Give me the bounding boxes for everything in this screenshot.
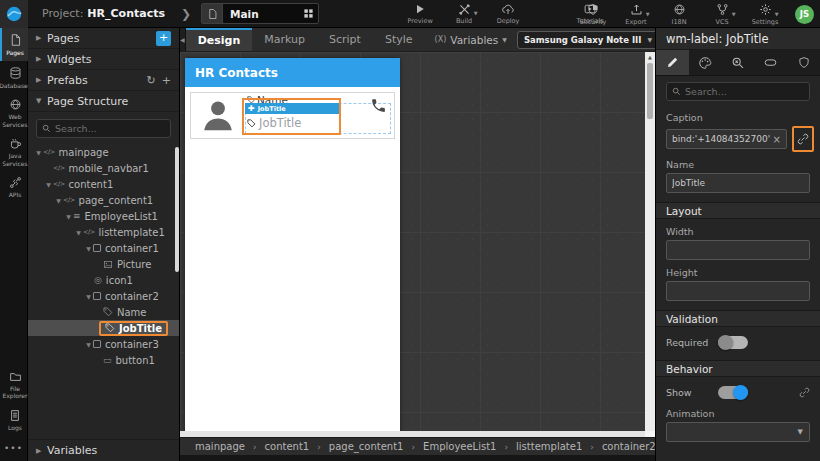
database-icon [9,66,22,80]
export-button[interactable]: ▼ Export [619,3,653,26]
required-label: Required [666,337,718,348]
breadcrumb-employeelist1[interactable]: EmployeeList1 [423,441,496,452]
palette-icon [698,56,712,70]
breadcrumb-content1[interactable]: content1 [265,441,310,452]
branch-icon: ▼ [716,3,729,17]
settings-button[interactable]: ▼ Settings [748,3,782,26]
more-options-icon[interactable]: ••• [0,435,27,461]
sidebar-item-databases[interactable]: Databases [0,61,28,94]
call-button-widget[interactable] [362,93,394,138]
breadcrumb-separator-icon: › [504,442,508,452]
tab-styles[interactable] [689,50,722,75]
wavemaker-logo[interactable] [0,0,28,28]
search-settings-icon [731,56,745,70]
breadcrumb-listtemplate1[interactable]: listtemplate1 [516,441,582,452]
animation-select[interactable]: ▼ [666,422,810,442]
link-icon[interactable] [799,387,810,398]
sidebar-item-file-explorer[interactable]: File Explorer [0,366,28,404]
breadcrumb-container2[interactable]: container2 [602,441,656,452]
height-input[interactable] [666,281,810,301]
breadcrumb-separator-icon: › [253,442,257,452]
section-variables[interactable]: ▶ Variables [28,439,179,461]
tab-design[interactable]: Design [186,28,253,51]
tab-properties[interactable] [656,50,689,75]
wavemaker-studio: Project: HR_Contacts ❯ Main Preview [0,0,820,461]
section-prefabs[interactable]: ▶ Prefabs ↻ + [28,70,179,91]
width-input[interactable] [666,240,810,260]
tree-item-container1[interactable]: ▼container1 [28,240,179,256]
add-page-button[interactable]: + [156,31,171,46]
add-prefab-button[interactable]: + [162,74,171,87]
tree-item-container3[interactable]: ▼container3 [28,336,179,352]
sidebar-item-java-services[interactable]: Java Services [0,132,28,171]
i18n-button[interactable]: I18N [662,3,696,26]
chevron-down-icon: ▼ [84,293,93,300]
container2-widget: Name ✚ JobTitle JobTitle [245,93,362,138]
breadcrumb-mainpage[interactable]: mainpage [195,441,245,452]
tree-item-mobile-navbar1[interactable]: </>mobile_navbar1 [28,160,179,176]
sidebar-item-apis[interactable]: APIs [0,171,28,203]
show-label: Show [666,387,718,398]
variables-dropdown[interactable]: (X) Variables ▼ [435,28,507,51]
tree-item-listtemplate1[interactable]: ▼</>listtemplate1 [28,224,179,240]
tree-item-page-content1[interactable]: ▼</>page_content1 [28,192,179,208]
sidebar-item-logs[interactable]: Logs [0,404,28,436]
caret-down-icon: ▼ [775,11,779,17]
canvas-horizontal-scrollbar[interactable] [180,431,645,437]
section-validation: Validation [656,310,820,327]
tree-scrollbar[interactable] [175,147,179,272]
tree-item-container2[interactable]: ▼container2 [28,288,179,304]
tree-item-content1[interactable]: ▼</>content1 [28,176,179,192]
section-pages[interactable]: ▶ Pages + [28,28,179,49]
show-toggle[interactable] [718,386,748,399]
preview-button[interactable]: Preview [403,2,437,25]
employee-list-item[interactable]: Name ✚ JobTitle JobTitle [190,92,395,139]
section-widgets-label: Widgets [47,53,91,66]
clear-icon[interactable]: × [773,134,781,145]
device-selector[interactable]: Samsung Galaxy Note III ▼ [517,31,659,49]
properties-search [656,76,820,105]
picture-widget[interactable] [191,93,245,138]
security-button[interactable]: Security [576,3,610,26]
sidebar-item-web-services[interactable]: Web Services [0,93,28,132]
tab-style[interactable]: Style [373,28,425,51]
tree-item-icon1[interactable]: ◎icon1 [28,272,179,288]
scrollbar-thumb[interactable] [647,63,653,119]
canvas-vertical-scrollbar[interactable]: ▲ [645,52,655,431]
device-preview: HR Contacts Name ✚ [185,58,400,437]
tree-item-mainpage[interactable]: ▼</>mainpage [28,144,179,160]
show-row: Show [656,377,820,401]
chevron-down-icon: ▼ [36,97,47,105]
page-selector[interactable]: Main [201,3,319,24]
link-icon[interactable] [797,133,809,145]
tree-item-name[interactable]: Name [28,304,179,320]
refresh-icon[interactable]: ↻ [147,74,156,87]
tree-item-button1[interactable]: ▭button1 [28,352,179,368]
tab-script[interactable]: Script [317,28,373,51]
section-widgets[interactable]: ▶ Widgets [28,49,179,70]
build-button[interactable]: ▼ Build [447,2,481,25]
grid-icon[interactable] [298,8,318,19]
tree-item-jobtitle[interactable]: JobTitle [28,320,179,336]
section-page-structure[interactable]: ▼ Page Structure [28,91,179,112]
sidebar-item-pages[interactable]: Pages [0,28,28,61]
structure-search-input[interactable] [55,123,165,134]
tab-search-properties[interactable] [722,50,755,75]
vcs-button[interactable]: ▼ VCS [705,3,739,26]
tree-item-picture[interactable]: Picture [28,256,179,272]
picture-icon [103,260,113,269]
properties-search-input[interactable] [685,86,804,97]
deploy-button[interactable]: Deploy [491,2,525,25]
tab-device-props[interactable] [754,50,787,75]
required-toggle[interactable] [718,336,748,349]
name-input[interactable]: JobTitle [666,173,810,193]
tree-item-employeelist1[interactable]: ▼≡EmployeeList1 [28,208,179,224]
caption-input[interactable]: bind:'+14084352700' +Variables.HrdbE × [666,129,787,149]
user-avatar[interactable]: JS [795,5,814,24]
tab-security-props[interactable] [787,50,820,75]
translate-icon [673,3,686,17]
breadcrumb-page-content1[interactable]: page_content1 [329,441,404,452]
tab-markup[interactable]: Markup [252,28,317,51]
design-canvas[interactable]: HR Contacts Name ✚ [180,52,655,437]
properties-title: wm-label: JobTitle [656,28,820,50]
